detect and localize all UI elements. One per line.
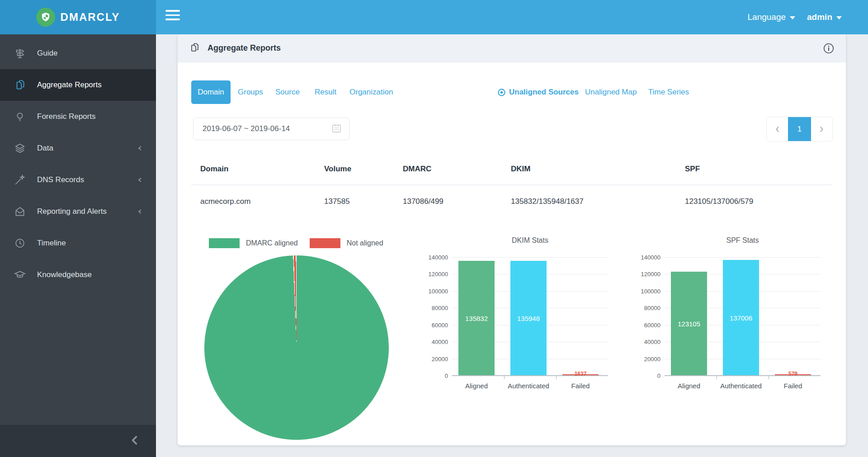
y-axis-tick: 120000 bbox=[641, 271, 660, 278]
card-body: Domain Groups Source Result Organization… bbox=[178, 62, 846, 445]
sidebar-item-label: Aggregate Reports bbox=[37, 80, 102, 90]
y-axis-tick: 60000 bbox=[644, 321, 660, 328]
pagination: 1 bbox=[766, 117, 833, 141]
tab-label: Unaligned Sources bbox=[509, 80, 579, 104]
x-axis-label: Failed bbox=[761, 382, 825, 390]
aggregate-reports-card: Aggregate Reports Domain Groups Source R… bbox=[178, 34, 846, 445]
tab-unaligned-map[interactable]: Unaligned Map bbox=[585, 80, 637, 104]
bar-value-label: 137006 bbox=[730, 314, 752, 322]
bar-aligned: 123105 bbox=[671, 272, 707, 376]
page-title: Aggregate Reports bbox=[208, 43, 281, 53]
cell-spf: 123105/137006/579 bbox=[685, 197, 753, 206]
pie-legend: DMARC aligned Not aligned bbox=[209, 238, 395, 249]
sidebar-item-label: Data bbox=[37, 144, 53, 153]
chart-title: SPF Stats bbox=[665, 236, 821, 245]
date-range-value: 2019-06-07 ~ 2019-06-14 bbox=[203, 124, 331, 133]
y-axis-tick: 40000 bbox=[644, 339, 660, 345]
cell-volume: 137585 bbox=[324, 197, 350, 206]
card-header: Aggregate Reports bbox=[178, 34, 846, 62]
chart-title: DKIM Stats bbox=[452, 236, 608, 245]
dmarc-alignment-pie-chart bbox=[204, 255, 389, 440]
y-axis-tick: 100000 bbox=[429, 287, 448, 294]
lightbulb-icon bbox=[14, 110, 26, 123]
calendar-icon bbox=[331, 123, 342, 135]
sidebar-item-aggregate-reports[interactable]: Aggregate Reports bbox=[0, 69, 156, 101]
brand-logo[interactable]: DMARCLY bbox=[0, 0, 156, 34]
brand-name: DMARCLY bbox=[61, 11, 120, 24]
chevron-down-icon bbox=[836, 16, 842, 19]
envelope-icon bbox=[14, 205, 26, 218]
y-axis-tick: 140000 bbox=[641, 254, 660, 261]
magic-wand-icon bbox=[14, 174, 26, 186]
column-header-dmarc: DMARC bbox=[403, 165, 431, 174]
y-axis-tick: 0 bbox=[445, 372, 448, 379]
top-navbar: DMARCLY Language admin bbox=[0, 0, 868, 34]
sidebar-collapse-button[interactable] bbox=[0, 425, 156, 457]
tab-result[interactable]: Result bbox=[315, 80, 336, 104]
tab-time-series[interactable]: Time Series bbox=[648, 80, 689, 104]
sidebar-item-label: Forensic Reports bbox=[37, 112, 95, 121]
bar-value-label: 123105 bbox=[678, 320, 700, 328]
info-button[interactable] bbox=[823, 43, 834, 54]
column-header-volume: Volume bbox=[324, 165, 351, 174]
chevron-left-icon bbox=[137, 208, 143, 215]
tab-unaligned-sources[interactable]: Unaligned Sources bbox=[497, 80, 579, 104]
y-axis-tick: 80000 bbox=[644, 305, 660, 311]
sidebar-item-reporting-and-alerts[interactable]: Reporting and Alerts bbox=[0, 196, 156, 227]
tab-domain[interactable]: Domain bbox=[191, 80, 231, 104]
gridline bbox=[665, 257, 821, 258]
sidebar-item-label: Timeline bbox=[37, 239, 66, 248]
tab-source[interactable]: Source bbox=[275, 80, 300, 104]
y-axis-tick: 120000 bbox=[429, 271, 448, 278]
sidebar-item-knowledgebase[interactable]: Knowledgebase bbox=[0, 259, 156, 291]
legend-label-aligned: DMARC aligned bbox=[246, 239, 298, 247]
sidebar-item-label: Guide bbox=[37, 49, 57, 58]
sidebar-item-guide[interactable]: Guide bbox=[0, 38, 156, 69]
prev-page-button[interactable] bbox=[767, 117, 788, 141]
menu-toggle-button[interactable] bbox=[165, 10, 181, 24]
sidebar-item-data[interactable]: Data bbox=[0, 132, 156, 164]
spf-stats-chart: SPF Stats 020000400006000080000100000120… bbox=[637, 236, 823, 399]
legend-swatch-aligned bbox=[209, 238, 240, 248]
legend-label-not-aligned: Not aligned bbox=[347, 239, 383, 247]
y-axis-tick: 140000 bbox=[429, 254, 448, 261]
y-axis-tick: 100000 bbox=[641, 287, 660, 294]
layers-icon bbox=[14, 142, 26, 155]
language-label: Language bbox=[748, 12, 786, 22]
y-axis-tick: 0 bbox=[657, 372, 660, 379]
bar-authenticated: 137006 bbox=[723, 260, 759, 376]
sidebar-item-label: Knowledgebase bbox=[37, 270, 92, 279]
y-axis-tick: 20000 bbox=[644, 355, 660, 362]
language-dropdown[interactable]: Language bbox=[748, 12, 796, 22]
tab-groups[interactable]: Groups bbox=[238, 80, 263, 104]
x-axis-label: Failed bbox=[549, 382, 612, 390]
bar-aligned: 135832 bbox=[458, 261, 495, 376]
x-axis-tick bbox=[717, 376, 717, 379]
bar-value-label: 1637 bbox=[562, 371, 599, 377]
user-dropdown[interactable]: admin bbox=[807, 12, 842, 22]
y-axis-tick: 80000 bbox=[432, 305, 448, 311]
chevron-left-icon bbox=[137, 145, 143, 151]
documents-icon bbox=[14, 79, 26, 91]
date-range-picker[interactable]: 2019-06-07 ~ 2019-06-14 bbox=[193, 118, 349, 140]
target-icon bbox=[497, 88, 506, 97]
x-axis-tick bbox=[769, 376, 769, 379]
bar-value-label: 579 bbox=[775, 371, 811, 377]
dmarcly-shield-icon bbox=[36, 8, 55, 27]
next-page-button[interactable] bbox=[811, 117, 832, 141]
cell-dkim: 135832/135948/1637 bbox=[511, 197, 584, 206]
sidebar-item-timeline[interactable]: Timeline bbox=[0, 227, 156, 259]
x-axis-tick bbox=[556, 376, 557, 379]
sidebar-item-forensic-reports[interactable]: Forensic Reports bbox=[0, 101, 156, 132]
chevron-left-icon bbox=[137, 177, 143, 183]
signpost-icon bbox=[14, 47, 26, 60]
bar-authenticated: 135948 bbox=[510, 261, 547, 376]
dkim-stats-chart: DKIM Stats 02000040000600008000010000012… bbox=[425, 236, 610, 399]
sidebar-item-dns-records[interactable]: DNS Records bbox=[0, 164, 156, 196]
tab-organization[interactable]: Organization bbox=[349, 80, 393, 104]
cell-domain: acmecorp.com bbox=[200, 197, 250, 206]
current-page-button[interactable]: 1 bbox=[788, 117, 811, 141]
bar-value-label: 135832 bbox=[465, 315, 488, 322]
legend-swatch-not-aligned bbox=[310, 238, 340, 248]
main-content: Aggregate Reports Domain Groups Source R… bbox=[156, 34, 868, 457]
